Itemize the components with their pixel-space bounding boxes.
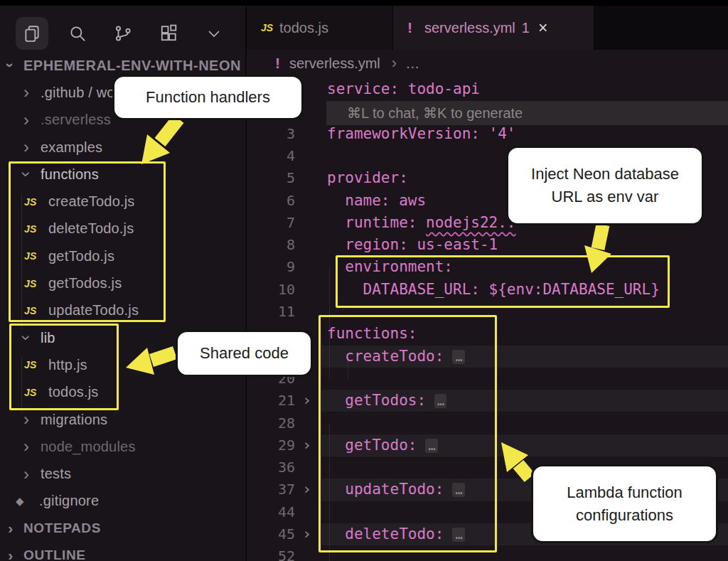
code-text: region: us-east-1: [327, 234, 498, 256]
code-text: service: todo-api: [327, 78, 480, 100]
fold-chevron-icon[interactable]: [302, 434, 311, 455]
code-line[interactable]: createTodo:…: [245, 346, 728, 368]
line-number: 37: [245, 479, 295, 501]
fold-marker[interactable]: …: [434, 394, 446, 408]
tree-item-deletetodo-js[interactable]: JSdeleteTodo.js: [0, 215, 245, 242]
close-icon[interactable]: ×: [538, 21, 547, 35]
callout-lambda-config: Lambda function configurations: [531, 464, 718, 543]
breadcrumb-file[interactable]: serverless.yml: [289, 55, 380, 72]
line-number: 6: [245, 190, 295, 212]
line-number: 7: [245, 212, 295, 234]
tree-indent-guide: [21, 358, 22, 412]
warning-icon: !: [275, 55, 289, 72]
tree-item-label: node_modules: [41, 439, 136, 455]
tree-indent-guide: [21, 194, 22, 329]
code-line[interactable]: 8 region: us-east-1: [245, 234, 728, 256]
tree-item-label: createTodo.js: [48, 193, 135, 210]
tree-item-todos-js[interactable]: JStodos.js: [0, 379, 245, 406]
squiggle-warning-text: nodejs22..: [426, 214, 515, 231]
vscode-window: EPHEMERAL-ENV-WITH-NEON .github / workfl…: [0, 0, 728, 561]
source-control-icon[interactable]: [107, 17, 139, 50]
tree-item-updatetodo-js[interactable]: JSupdateTodo.js: [0, 297, 245, 324]
line-number: 9: [245, 256, 295, 278]
js-icon: JS: [261, 22, 279, 33]
tree-item-label: getTodo.js: [48, 248, 114, 265]
tree-item-label: .gitignore: [39, 493, 99, 509]
tree-item-gettodos-js[interactable]: JSgetTodos.js: [0, 269, 245, 296]
callout-inject-neon: Inject Neon database URL as env var: [506, 146, 704, 225]
tree-item-functions[interactable]: functions: [0, 161, 245, 188]
code-line[interactable]: 9 environment:: [245, 256, 728, 278]
tree-item-gitignore[interactable]: ◆.gitignore: [0, 488, 245, 515]
code-text: environment:: [327, 256, 453, 278]
fold-chevron-icon[interactable]: [302, 479, 311, 499]
code-text: runtime: nodejs22..: [327, 212, 516, 234]
code-text: DATABASE_URL: ${env:DATABASE_URL}: [327, 279, 660, 301]
ai-hint-bar: ⌘L to chat, ⌘K to generate: [326, 101, 728, 125]
code-line[interactable]: 29 getTodo:…: [245, 434, 728, 456]
code-text: deleteTodo:…: [327, 523, 465, 546]
modified-badge: 1: [522, 20, 530, 36]
tab-bar: JS todos.js ! serverless.yml 1 ×: [247, 6, 728, 50]
fold-chevron-icon[interactable]: [302, 390, 311, 410]
breadcrumb-more[interactable]: …: [405, 55, 419, 72]
tree-item-outline[interactable]: OUTLINE: [0, 542, 245, 561]
fold-marker[interactable]: …: [452, 483, 464, 497]
tree-item-migrations[interactable]: migrations: [0, 406, 245, 433]
tab-label: todos.js: [279, 20, 328, 36]
line-number: 52: [245, 545, 295, 561]
more-views-chevron-icon[interactable]: [198, 17, 230, 50]
tree-item-notepads[interactable]: NOTEPADS: [0, 515, 245, 542]
code-line[interactable]: 52: [245, 545, 728, 561]
line-number: 36: [245, 456, 295, 479]
search-icon[interactable]: [61, 17, 94, 50]
code-text: createTodo:…: [327, 346, 465, 368]
chevron-down-icon: [4, 58, 17, 73]
code-line[interactable]: functions:: [245, 323, 728, 345]
fold-chevron-icon[interactable]: [302, 523, 311, 544]
code-text: functions:: [327, 323, 417, 345]
callout-function-handlers: Function handlers: [112, 75, 304, 120]
line-number: 3: [245, 123, 295, 145]
line-number: 29: [245, 434, 295, 456]
tab-todos-js[interactable]: JS todos.js: [247, 6, 393, 50]
js-file-icon: JS: [24, 196, 41, 208]
code-line[interactable]: 10 DATABASE_URL: ${env:DATABASE_URL}: [245, 279, 728, 301]
explorer-icon[interactable]: [16, 17, 48, 50]
callout-text: Inject Neon database URL as env var: [520, 163, 690, 208]
tree-item-label: functions: [41, 166, 99, 183]
code-line[interactable]: 20: [245, 368, 728, 390]
tree-item-node-modules[interactable]: node_modules: [0, 433, 245, 460]
code-text: frameworkVersion: '4': [327, 123, 516, 145]
breadcrumb[interactable]: ! serverless.yml › …: [245, 51, 728, 75]
tree-item-label: migrations: [41, 412, 107, 428]
code-text: updateTodo:…: [327, 479, 465, 501]
code-line[interactable]: 28: [245, 412, 728, 434]
tree-item-createtodo-js[interactable]: JScreateTodo.js: [0, 188, 245, 215]
extensions-icon[interactable]: [152, 17, 185, 50]
code-line[interactable]: 3frameworkVersion: '4': [245, 123, 728, 145]
js-file-icon: JS: [24, 305, 41, 316]
warning-icon: !: [407, 19, 424, 36]
chevron-right-icon: [18, 439, 34, 454]
tree-item-tests[interactable]: tests: [0, 460, 245, 487]
code-line[interactable]: 11: [245, 301, 728, 323]
code-text: getTodo:…: [327, 434, 438, 457]
line-number: 5: [245, 167, 295, 189]
code-line[interactable]: 21 getTodos:…: [245, 390, 728, 412]
tree-item-label: todos.js: [48, 384, 99, 400]
fold-marker[interactable]: …: [425, 439, 437, 453]
fold-marker[interactable]: …: [452, 350, 464, 364]
tree-item-gettodo-js[interactable]: JSgetTodo.js: [0, 242, 245, 269]
project-root-label: EPHEMERAL-ENV-WITH-NEON: [23, 58, 241, 74]
code-text: provider:: [327, 167, 408, 189]
tree-item-label: deleteTodo.js: [48, 220, 134, 237]
line-number: 28: [245, 412, 295, 434]
tree-item-label: examples: [41, 139, 102, 156]
fold-marker[interactable]: …: [452, 528, 464, 542]
tree-item-examples[interactable]: examples: [0, 134, 245, 161]
js-file-icon: JS: [24, 223, 41, 235]
line-number: 21: [245, 390, 295, 412]
code-line[interactable]: service: todo-api: [245, 78, 728, 100]
tab-serverless-yml[interactable]: ! serverless.yml 1 ×: [393, 6, 594, 50]
